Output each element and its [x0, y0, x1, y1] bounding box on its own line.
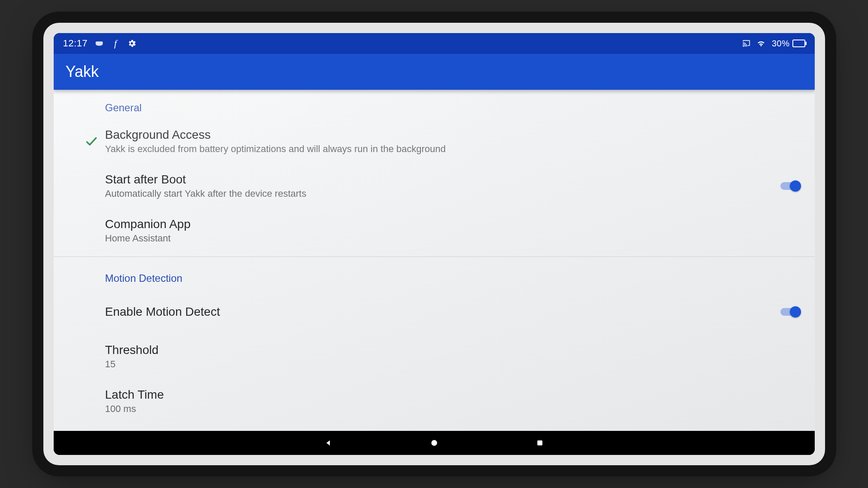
settings-content: General Background Access Yakk is exclud…	[54, 90, 815, 431]
f-icon: f	[111, 39, 120, 48]
svg-point-0	[431, 440, 437, 445]
pref-sub: 15	[105, 359, 799, 370]
nav-back[interactable]	[323, 437, 334, 448]
screen: 12:17 f 30%	[54, 33, 815, 455]
pref-title: Threshold	[105, 343, 799, 357]
pref-sub: Home Assistant	[105, 233, 799, 244]
section-motion: Motion Detection Enable Motion Detect Th…	[54, 260, 815, 431]
section-header-general: General	[54, 90, 815, 119]
check-icon	[78, 134, 105, 148]
nav-bar	[54, 431, 815, 455]
section-divider	[54, 256, 815, 257]
battery-percent: 30%	[772, 39, 790, 49]
pref-start-after-boot[interactable]: Start after Boot Automatically start Yak…	[54, 164, 815, 208]
status-bar: 12:17 f 30%	[54, 33, 815, 54]
section-header-motion: Motion Detection	[54, 260, 815, 290]
app-title: Yakk	[66, 63, 99, 81]
pref-sub: 100 ms	[105, 403, 799, 415]
pref-camera-preview[interactable]: Camera Preview Test and adjust your sett…	[54, 424, 815, 431]
pref-title: Enable Motion Detect	[105, 305, 770, 319]
mask-icon	[94, 39, 104, 48]
pref-threshold[interactable]: Threshold 15	[54, 334, 815, 379]
status-time: 12:17	[63, 38, 88, 49]
pref-sub: Yakk is excluded from battery optimizati…	[105, 143, 799, 155]
nav-home[interactable]	[429, 437, 440, 448]
pref-title: Background Access	[105, 128, 799, 142]
app-bar: Yakk	[54, 54, 815, 90]
wifi-icon	[756, 39, 766, 48]
section-general: General Background Access Yakk is exclud…	[54, 90, 815, 253]
switch-enable-motion[interactable]	[780, 308, 799, 316]
battery-indicator: 30%	[772, 39, 805, 49]
gear-icon	[127, 39, 137, 48]
pref-background-access[interactable]: Background Access Yakk is excluded from …	[54, 119, 815, 164]
svg-rect-1	[537, 440, 542, 445]
pref-enable-motion[interactable]: Enable Motion Detect	[54, 290, 815, 334]
battery-icon	[792, 40, 805, 47]
cast-icon	[742, 39, 750, 48]
tablet-frame: 12:17 f 30%	[43, 23, 825, 465]
pref-title: Latch Time	[105, 388, 799, 402]
pref-companion-app[interactable]: Companion App Home Assistant	[54, 208, 815, 253]
switch-start-after-boot[interactable]	[780, 182, 799, 190]
pref-latch-time[interactable]: Latch Time 100 ms	[54, 379, 815, 424]
pref-title: Start after Boot	[105, 173, 770, 186]
pref-sub: Automatically start Yakk after the devic…	[105, 188, 770, 199]
pref-title: Companion App	[105, 217, 799, 231]
nav-recents[interactable]	[534, 437, 545, 448]
